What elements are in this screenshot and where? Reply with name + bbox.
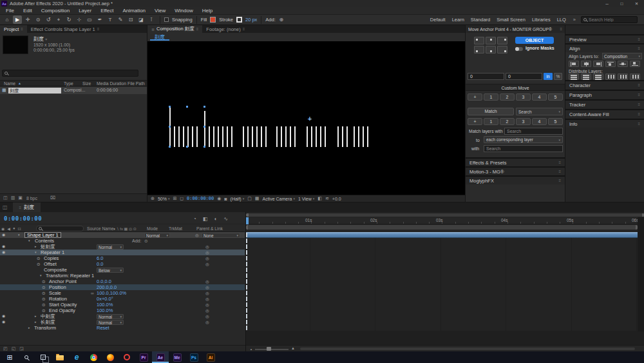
outline-row[interactable]: ⊙Offset0.0◎ (0, 261, 245, 267)
expander-icon[interactable]: ▾ (40, 273, 42, 279)
workspace-learn[interactable]: Learn (449, 17, 468, 23)
edge-icon[interactable]: e (68, 351, 85, 363)
comp-breadcrumb[interactable]: 刻度 (150, 34, 169, 41)
pixel-aspect-icon[interactable]: ◧ (317, 196, 322, 201)
view-layout-select[interactable]: 1 View▾ (298, 197, 314, 201)
property-value[interactable]: 6.0 (97, 255, 103, 261)
column-size[interactable]: Size (82, 81, 91, 86)
timeline-search[interactable] (36, 226, 84, 231)
column-file-path[interactable]: File Path (128, 81, 145, 86)
property-value[interactable]: Reset (97, 325, 109, 331)
shy-layers-icon[interactable]: ◔ (193, 216, 196, 222)
preset-button-3[interactable]: 3 (516, 93, 531, 101)
selection-handle[interactable] (169, 126, 171, 128)
stroke-color-swatch[interactable] (236, 17, 242, 23)
outline-row[interactable]: ◉▸长刻度Normal▾◎ (0, 319, 245, 325)
distribute-h-center-button[interactable] (618, 74, 628, 80)
eraser-tool-icon[interactable]: ◪ (137, 15, 146, 24)
selection-handle[interactable] (204, 126, 205, 128)
panel-header-info[interactable]: Info≡ (565, 119, 644, 128)
anchor-point-crosshair[interactable]: + (308, 115, 312, 122)
fill-color-swatch[interactable] (210, 17, 216, 23)
playhead-handle[interactable] (246, 217, 249, 224)
show-channels-icon[interactable]: ◙ (224, 197, 227, 201)
expander-icon[interactable]: ▾ (28, 238, 30, 244)
preset-button-2[interactable]: 2 (500, 93, 515, 101)
panel-header-tracker[interactable]: Tracker≡ (565, 99, 644, 108)
preset-button-1[interactable]: 1 (484, 93, 498, 101)
stopwatch-icon[interactable]: ⊙ (42, 302, 45, 308)
menu-item-view[interactable]: View (150, 7, 170, 14)
maximize-button[interactable]: □ (614, 0, 629, 7)
help-search-input[interactable] (589, 17, 635, 22)
preset-button-2[interactable]: 2 (500, 118, 515, 125)
panel-header-content-aware-fill[interactable]: Content-Aware Fill≡ (565, 109, 644, 118)
outline-row[interactable]: CompositeBelow▾ (0, 267, 245, 273)
parent-dropdown[interactable]: None▾ (202, 233, 240, 238)
panel-header-1[interactable]: Motion-3 - MG®≡ (466, 166, 565, 175)
opera-icon[interactable] (118, 351, 135, 363)
project-search[interactable] (2, 70, 138, 77)
pickwhip-icon[interactable]: ◎ (205, 319, 209, 325)
selection-handle[interactable] (186, 146, 188, 148)
new-composition-icon[interactable]: ▣ (18, 195, 23, 201)
preset-button-+[interactable]: + (468, 93, 482, 101)
resolution-select[interactable]: (Half)▾ (231, 197, 245, 201)
exposure-value[interactable]: +0.0 (332, 197, 341, 201)
menu-item-effect[interactable]: Effect (96, 7, 118, 14)
type-tool-icon[interactable]: T (106, 15, 115, 24)
puppet-pin-tool-icon[interactable]: ⊺ (147, 15, 156, 24)
close-button[interactable]: ✕ (629, 0, 644, 7)
expand-time-controls-icon[interactable]: ◲ (19, 346, 24, 351)
anchor-x-field[interactable] (468, 73, 504, 80)
stopwatch-icon[interactable]: ⊙ (42, 290, 45, 296)
expander-icon[interactable]: ▾ (18, 232, 20, 238)
outline-row[interactable]: ▸TransformReset (0, 325, 245, 331)
zoom-slider-handle[interactable] (267, 347, 271, 351)
expand-layer-switches-icon[interactable]: ◰ (3, 346, 8, 351)
outline-row[interactable]: ⊙Copies6.0◎ (0, 255, 245, 261)
value-dropdown[interactable]: Normal▾ (97, 244, 124, 250)
region-of-interest-icon[interactable]: ▢ (247, 196, 252, 201)
bit-depth-button[interactable]: 8 bpc (26, 196, 37, 201)
anchor-tr-button[interactable] (497, 37, 507, 44)
anchor-tl-button[interactable] (474, 37, 484, 44)
comp-viewport[interactable]: + (147, 41, 465, 195)
pickwhip-icon[interactable]: ◎ (195, 232, 199, 238)
stopwatch-icon[interactable]: ⊙ (37, 261, 40, 267)
tab-composition[interactable]: ≣ Composition 刻度 ≡ (147, 25, 202, 33)
tab-footage[interactable]: Footage: (none) ≡ (202, 25, 249, 33)
task-view-button[interactable] (35, 351, 52, 363)
pickwhip-icon[interactable]: ◎ (205, 250, 209, 255)
value-dropdown[interactable]: Normal▾ (97, 320, 124, 325)
expander-icon[interactable]: ▸ (28, 325, 30, 331)
expander-icon[interactable]: ▸ (35, 319, 37, 325)
visibility-eye-icon[interactable]: ◉ (2, 319, 5, 325)
pickwhip-icon[interactable]: ◎ (205, 290, 209, 296)
pickwhip-icon[interactable]: ◎ (205, 308, 209, 313)
value-dropdown[interactable]: Normal▾ (97, 314, 124, 319)
outline-row[interactable]: ◉▾Repeater 1◎ (0, 250, 245, 255)
tab-project[interactable]: Project ≡ (0, 25, 27, 33)
expander-icon[interactable]: ▸ (35, 313, 37, 319)
anchor-y-field[interactable] (506, 73, 542, 80)
home-icon[interactable]: ⌂ (3, 15, 12, 24)
clone-stamp-tool-icon[interactable]: ⊡ (126, 15, 135, 24)
photoshop-icon[interactable]: Ps (185, 351, 202, 363)
snapping-checkbox[interactable] (164, 17, 169, 22)
align-left-button[interactable] (569, 61, 579, 67)
orbit-camera-tool-icon[interactable]: ↺ (44, 15, 53, 24)
align-top-button[interactable] (605, 61, 616, 67)
horizontal-scrollbar[interactable] (300, 348, 635, 350)
column-type[interactable]: Type (64, 81, 73, 86)
zoom-select[interactable]: 50%▾ (158, 197, 170, 201)
menu-item-help[interactable]: Help (198, 7, 217, 14)
column-mode[interactable]: Mode (147, 226, 158, 231)
align-v-center-button[interactable] (618, 61, 628, 67)
selection-handle[interactable] (169, 146, 171, 148)
visibility-eye-icon[interactable]: ◉ (2, 313, 5, 319)
pickwhip-icon[interactable]: ◎ (205, 244, 209, 250)
stopwatch-icon[interactable]: ⊙ (42, 308, 45, 313)
outline-row[interactable]: ⊙Scale∞100.0,100.0%◎ (0, 290, 245, 296)
selection-tool-icon[interactable]: ▶ (13, 15, 22, 24)
